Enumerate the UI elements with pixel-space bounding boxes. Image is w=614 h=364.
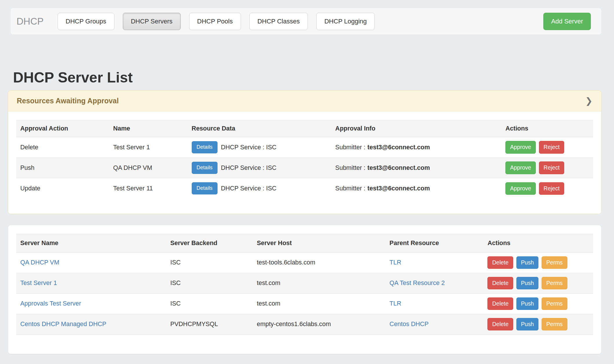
push-button[interactable]: Push: [516, 318, 538, 330]
approval-panel-title: Resources Awaiting Approval: [17, 97, 119, 105]
server-name-cell: Approvals Test Server: [16, 293, 166, 314]
approval-action-cell: Delete: [16, 137, 109, 158]
resource-data-text: DHCP Service : ISC: [221, 185, 277, 192]
reject-button[interactable]: Reject: [539, 182, 564, 195]
approval-row: Update Test Server 11 Details DHCP Servi…: [16, 178, 593, 199]
column-server-host: Server Host: [253, 234, 385, 252]
tab-dhcp-pools[interactable]: DHCP Pools: [189, 13, 241, 30]
add-server-button[interactable]: Add Server: [543, 13, 591, 30]
push-button[interactable]: Push: [516, 256, 538, 269]
server-backend-cell: ISC: [166, 293, 253, 314]
page-title: DHCP Server List: [13, 70, 614, 86]
parent-resource-cell: Centos DHCP: [385, 314, 484, 334]
server-name-link[interactable]: Test Server 1: [20, 280, 57, 286]
column-approval-info: Approval Info: [331, 120, 502, 137]
servers-table: Server Name Server Backend Server Host P…: [16, 234, 593, 335]
push-button[interactable]: Push: [516, 297, 538, 310]
column-server-backend: Server Backend: [166, 234, 253, 252]
server-actions-cell: Delete Push Perms: [483, 252, 593, 273]
tab-dhcp-logging[interactable]: DHCP Logging: [316, 13, 375, 30]
perms-button[interactable]: Perms: [542, 277, 567, 289]
delete-button[interactable]: Delete: [487, 318, 513, 330]
servers-table-header-row: Server Name Server Backend Server Host P…: [16, 234, 593, 252]
server-row: Approvals Test Server ISC test.com TLR D…: [16, 293, 593, 314]
delete-button[interactable]: Delete: [487, 297, 513, 310]
server-backend-cell: ISC: [166, 273, 253, 293]
topbar: DHCP DHCP Groups DHCP Servers DHCP Pools…: [11, 8, 601, 34]
approval-action-cell: Push: [16, 158, 109, 178]
resource-data-text: DHCP Service : ISC: [221, 164, 277, 172]
resource-data-cell: Details DHCP Service : ISC: [188, 178, 331, 199]
approval-name-cell: Test Server 1: [109, 137, 188, 158]
approval-action-cell: Update: [16, 178, 109, 199]
delete-button[interactable]: Delete: [487, 277, 513, 289]
approval-name-cell: QA DHCP VM: [109, 158, 188, 178]
tab-dhcp-groups[interactable]: DHCP Groups: [58, 13, 114, 30]
approval-actions-cell: Approve Reject: [501, 178, 593, 199]
server-name-link[interactable]: QA DHCP VM: [20, 259, 59, 266]
approval-info-cell: Submitter :test3@6connect.com: [331, 158, 502, 178]
column-actions: Actions: [501, 120, 593, 137]
parent-resource-cell: TLR: [385, 293, 484, 314]
tab-dhcp-classes[interactable]: DHCP Classes: [249, 13, 308, 30]
approve-button[interactable]: Approve: [505, 141, 536, 153]
server-host-cell: empty-centos1.6clabs.com: [253, 314, 385, 334]
dhcp-nav: DHCP Groups DHCP Servers DHCP Pools DHCP…: [58, 13, 375, 30]
submitter-email: test3@6connect.com: [368, 144, 430, 151]
server-actions-cell: Delete Push Perms: [483, 314, 593, 334]
approval-info-cell: Submitter :test3@6connect.com: [331, 178, 502, 199]
server-list-panel-body: Server Name Server Backend Server Host P…: [8, 225, 601, 354]
server-row: Centos DHCP Managed DHCP PVDHCPMYSQL emp…: [16, 314, 593, 334]
resource-data-text: DHCP Service : ISC: [221, 144, 277, 151]
approval-panel-header[interactable]: Resources Awaiting Approval ❯: [8, 91, 601, 111]
delete-button[interactable]: Delete: [487, 256, 513, 269]
parent-resource-link[interactable]: QA Test Resource 2: [390, 280, 445, 286]
submitter-email: test3@6connect.com: [368, 185, 430, 192]
details-button[interactable]: Details: [192, 162, 218, 174]
resource-data-cell: Details DHCP Service : ISC: [188, 158, 331, 178]
approval-row: Push QA DHCP VM Details DHCP Service : I…: [16, 158, 593, 178]
server-name-cell: Test Server 1: [16, 273, 166, 293]
perms-button[interactable]: Perms: [542, 297, 567, 310]
column-parent-resource: Parent Resource: [385, 234, 484, 252]
details-button[interactable]: Details: [192, 182, 218, 194]
perms-button[interactable]: Perms: [542, 318, 567, 330]
approval-actions-cell: Approve Reject: [501, 158, 593, 178]
perms-button[interactable]: Perms: [542, 256, 567, 269]
column-resource-data: Resource Data: [188, 120, 331, 137]
server-name-link[interactable]: Approvals Test Server: [20, 300, 81, 307]
server-list-panel: Server Name Server Backend Server Host P…: [8, 225, 602, 354]
approve-button[interactable]: Approve: [505, 161, 536, 174]
push-button[interactable]: Push: [516, 277, 538, 289]
server-name-cell: QA DHCP VM: [16, 252, 166, 273]
approval-table-header-row: Approval Action Name Resource Data Appro…: [16, 120, 593, 137]
approval-panel-body: Approval Action Name Resource Data Appro…: [8, 111, 601, 214]
server-actions-cell: Delete Push Perms: [483, 293, 593, 314]
server-row: QA DHCP VM ISC test-tools.6clabs.com TLR…: [16, 252, 593, 273]
server-name-link[interactable]: Centos DHCP Managed DHCP: [20, 321, 106, 328]
server-row: Test Server 1 ISC test.com QA Test Resou…: [16, 273, 593, 293]
server-actions-cell: Delete Push Perms: [483, 273, 593, 293]
approve-button[interactable]: Approve: [505, 182, 536, 195]
parent-resource-cell: TLR: [385, 252, 484, 273]
column-name: Name: [109, 120, 188, 137]
approval-info-cell: Submitter :test3@6connect.com: [331, 137, 502, 158]
column-actions: Actions: [483, 234, 593, 252]
parent-resource-link[interactable]: TLR: [390, 259, 401, 266]
server-backend-cell: ISC: [166, 252, 253, 273]
resource-data-cell: Details DHCP Service : ISC: [188, 137, 331, 158]
parent-resource-link[interactable]: Centos DHCP: [390, 321, 429, 328]
page: DHCP DHCP Groups DHCP Servers DHCP Pools…: [0, 8, 614, 354]
column-approval-action: Approval Action: [16, 120, 109, 137]
parent-resource-link[interactable]: TLR: [390, 300, 401, 307]
submitter-email: test3@6connect.com: [368, 164, 430, 171]
chevron-right-icon[interactable]: ❯: [585, 97, 593, 105]
tab-dhcp-servers[interactable]: DHCP Servers: [123, 13, 181, 30]
submitter-label: Submitter :: [335, 164, 366, 171]
details-button[interactable]: Details: [192, 141, 218, 153]
submitter-label: Submitter :: [335, 144, 366, 151]
reject-button[interactable]: Reject: [539, 141, 564, 153]
approval-actions-cell: Approve Reject: [501, 137, 593, 158]
server-backend-cell: PVDHCPMYSQL: [166, 314, 253, 334]
reject-button[interactable]: Reject: [539, 161, 564, 174]
